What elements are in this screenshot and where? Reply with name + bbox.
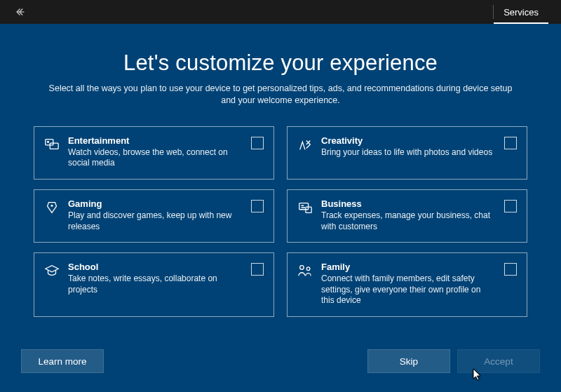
- checkbox-school[interactable]: [251, 263, 264, 276]
- business-icon: [297, 200, 313, 215]
- page-title: Let's customize your experience: [123, 50, 438, 76]
- button-label: Learn more: [38, 356, 86, 367]
- card-desc: Bring your ideas to life with photos and…: [321, 147, 496, 158]
- options-grid: Entertainment Watch videos, browse the w…: [34, 126, 527, 317]
- button-label: Accept: [484, 356, 513, 367]
- main-content: Let's customize your experience Select a…: [0, 24, 561, 317]
- button-label: Skip: [400, 356, 418, 367]
- card-desc: Take notes, write essays, collaborate on…: [68, 273, 243, 295]
- svg-point-2: [48, 141, 49, 142]
- back-button[interactable]: [13, 4, 29, 20]
- card-body: Business Track expenses, manage your bus…: [321, 198, 496, 232]
- entertainment-icon: [44, 137, 60, 152]
- page-subtitle: Select all the ways you plan to use your…: [42, 83, 519, 107]
- tabs: Services: [493, 0, 548, 24]
- card-body: School Take notes, write essays, collabo…: [68, 262, 243, 295]
- skip-button[interactable]: Skip: [367, 349, 450, 373]
- footer: Learn more Skip Accept: [0, 342, 561, 392]
- school-icon: [44, 263, 60, 278]
- svg-rect-4: [299, 203, 309, 210]
- card-title: School: [68, 262, 243, 272]
- svg-point-6: [300, 266, 304, 270]
- card-body: Creativity Bring your ideas to life with…: [321, 135, 496, 158]
- card-family[interactable]: Family Connect with family members, edit…: [287, 252, 527, 317]
- learn-more-button[interactable]: Learn more: [21, 349, 104, 373]
- card-gaming[interactable]: Gaming Play and discover games, keep up …: [34, 189, 274, 243]
- card-desc: Connect with family members, edit safety…: [321, 273, 496, 306]
- card-title: Business: [321, 198, 496, 209]
- creativity-icon: [297, 137, 313, 152]
- tab-services[interactable]: Services: [494, 0, 548, 24]
- checkbox-business[interactable]: [504, 200, 517, 212]
- family-icon: [297, 263, 313, 278]
- svg-rect-0: [46, 139, 53, 144]
- footer-right: Skip Accept: [367, 349, 540, 373]
- card-title: Gaming: [68, 198, 243, 209]
- card-title: Creativity: [321, 135, 496, 146]
- card-creativity[interactable]: Creativity Bring your ideas to life with…: [287, 126, 527, 180]
- card-desc: Watch videos, browse the web, connect on…: [68, 147, 243, 169]
- card-body: Family Connect with family members, edit…: [321, 262, 496, 306]
- card-entertainment[interactable]: Entertainment Watch videos, browse the w…: [34, 126, 274, 180]
- checkbox-gaming[interactable]: [251, 200, 264, 212]
- tab-label: Services: [503, 7, 539, 18]
- card-title: Family: [321, 262, 496, 272]
- card-desc: Track expenses, manage your business, ch…: [321, 210, 496, 232]
- card-business[interactable]: Business Track expenses, manage your bus…: [287, 189, 527, 243]
- accept-button[interactable]: Accept: [457, 349, 540, 373]
- card-body: Gaming Play and discover games, keep up …: [68, 198, 243, 232]
- svg-point-3: [51, 205, 53, 206]
- svg-point-7: [306, 267, 310, 271]
- checkbox-entertainment[interactable]: [251, 137, 264, 149]
- titlebar: Services: [0, 0, 561, 24]
- checkbox-creativity[interactable]: [504, 137, 517, 149]
- svg-rect-1: [50, 143, 58, 149]
- checkbox-family[interactable]: [504, 263, 517, 276]
- gaming-icon: [44, 200, 60, 215]
- card-title: Entertainment: [68, 135, 243, 146]
- card-body: Entertainment Watch videos, browse the w…: [68, 135, 243, 169]
- card-school[interactable]: School Take notes, write essays, collabo…: [34, 252, 274, 317]
- card-desc: Play and discover games, keep up with ne…: [68, 210, 243, 232]
- arrow-left-icon: [15, 6, 27, 18]
